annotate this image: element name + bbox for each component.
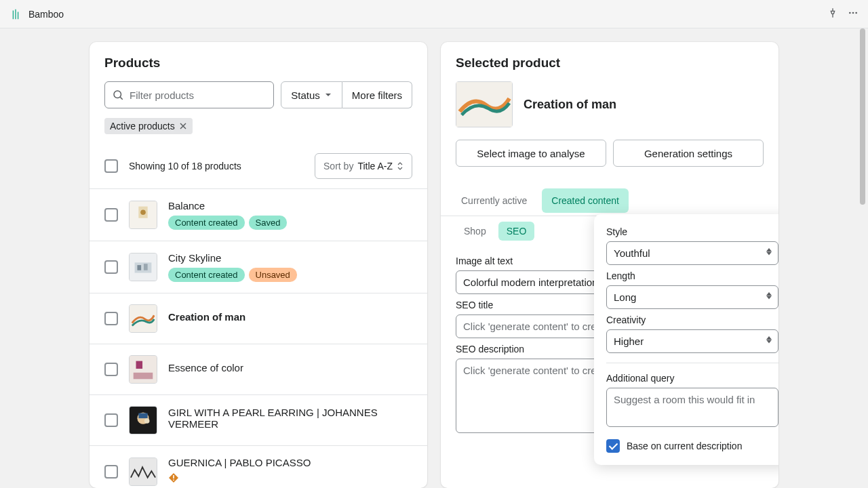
chevron-down-icon — [324, 91, 332, 99]
sort-button[interactable]: Sort by Title A-Z — [315, 153, 412, 179]
product-row[interactable]: City SkylineContent createdUnsaved — [90, 241, 427, 293]
divider — [606, 363, 778, 363]
product-body: Creation of man — [168, 311, 412, 327]
additional-query-input[interactable] — [606, 388, 778, 427]
length-label: Length — [606, 270, 778, 281]
product-checkbox[interactable] — [104, 465, 118, 479]
product-body: Essence of color — [168, 362, 412, 378]
product-checkbox[interactable] — [104, 208, 118, 222]
product-body: City SkylineContent createdUnsaved — [168, 252, 412, 282]
app-logo-icon — [9, 8, 22, 20]
tab-created-content[interactable]: Created content — [542, 188, 629, 213]
page-scrollbar[interactable] — [860, 28, 867, 488]
svg-line-4 — [120, 97, 122, 99]
subtab-seo[interactable]: SEO — [498, 222, 535, 241]
product-checkbox[interactable] — [104, 260, 118, 274]
product-badges: Content createdUnsaved — [168, 268, 412, 282]
product-title: GUERNICA | PABLO PICASSO — [168, 457, 412, 468]
active-products-chip[interactable]: Active products — [104, 118, 193, 134]
status-badge: Content created — [168, 216, 245, 230]
product-badges: Content createdSaved — [168, 216, 412, 230]
product-title: Balance — [168, 200, 412, 211]
product-title: Creation of man — [168, 311, 412, 323]
product-title: City Skyline — [168, 252, 412, 264]
product-checkbox[interactable] — [104, 312, 118, 325]
more-filters-button[interactable]: More filters — [342, 81, 412, 108]
svg-rect-22 — [173, 475, 174, 479]
product-checkbox[interactable] — [104, 363, 118, 376]
status-label: Status — [291, 89, 320, 101]
product-row[interactable]: BalanceContent createdSaved — [90, 189, 427, 241]
base-on-current-checkbox[interactable] — [606, 439, 620, 453]
selected-title: Creation of man — [524, 98, 616, 112]
product-thumbnail — [129, 406, 157, 434]
svg-point-3 — [114, 91, 121, 98]
sort-arrows-icon — [397, 162, 403, 170]
pin-icon[interactable] — [827, 7, 838, 21]
app-title: Bamboo — [28, 9, 64, 20]
product-checkbox[interactable] — [104, 413, 118, 427]
status-filter-button[interactable]: Status — [281, 81, 342, 108]
svg-rect-15 — [134, 373, 153, 380]
search-input-wrap[interactable] — [104, 81, 274, 108]
generation-settings-button[interactable]: Generation settings — [613, 140, 764, 167]
base-on-current-label: Base on current description — [627, 441, 742, 451]
product-thumbnail — [129, 355, 157, 384]
svg-point-1 — [852, 12, 854, 14]
products-heading: Products — [104, 56, 412, 70]
svg-point-7 — [140, 209, 146, 215]
product-body: GUERNICA | PABLO PICASSO — [168, 457, 412, 486]
sort-value: Title A-Z — [357, 161, 393, 171]
svg-rect-11 — [144, 264, 148, 270]
selected-product-panel: Selected product Creation of man Select … — [441, 42, 778, 488]
additional-query-label: Additional query — [606, 373, 778, 384]
creativity-label: Creativity — [606, 314, 778, 325]
product-list: BalanceContent createdSavedCity SkylineC… — [90, 188, 427, 488]
search-input[interactable] — [130, 89, 267, 101]
product-title: Essence of color — [168, 362, 412, 373]
svg-point-2 — [855, 12, 857, 14]
svg-rect-18 — [138, 413, 147, 419]
product-title: GIRL WITH A PEARL EARRING | JOHANNES VER… — [168, 407, 412, 430]
length-select[interactable]: Long — [606, 285, 778, 309]
select-all-checkbox[interactable] — [104, 159, 118, 173]
subtab-shop[interactable]: Shop — [456, 222, 494, 241]
product-row[interactable]: GIRL WITH A PEARL EARRING | JOHANNES VER… — [90, 395, 427, 446]
product-badges — [168, 472, 412, 486]
product-row[interactable]: GUERNICA | PABLO PICASSO — [90, 446, 427, 488]
search-icon — [112, 89, 124, 101]
products-panel: Products Status More filters Active prod… — [90, 42, 427, 488]
style-label: Style — [606, 226, 778, 237]
creativity-select[interactable]: Higher — [606, 329, 778, 353]
tab-currently-active[interactable]: Currently active — [452, 188, 536, 213]
style-select[interactable]: Youthful — [606, 241, 778, 265]
product-body: BalanceContent createdSaved — [168, 200, 412, 230]
product-body: GIRL WITH A PEARL EARRING | JOHANNES VER… — [168, 407, 412, 434]
product-row[interactable]: Creation of man — [90, 293, 427, 344]
selected-heading: Selected product — [456, 56, 764, 70]
status-badge: Unsaved — [249, 268, 297, 282]
svg-rect-23 — [173, 480, 174, 481]
svg-rect-9 — [135, 262, 152, 272]
generation-settings-popover: Style Youthful Length Long Creativity Hi… — [594, 214, 778, 465]
svg-rect-14 — [136, 361, 143, 369]
sort-prefix: Sort by — [323, 161, 353, 171]
showing-count: Showing 10 of 18 products — [129, 161, 241, 171]
more-icon[interactable] — [848, 7, 859, 21]
product-thumbnail — [129, 201, 157, 229]
product-row[interactable]: Essence of color — [90, 344, 427, 395]
close-icon[interactable] — [179, 122, 187, 130]
selected-thumbnail — [456, 81, 513, 127]
topbar: Bamboo — [0, 0, 868, 28]
status-badge: Saved — [249, 216, 288, 230]
product-thumbnail — [129, 458, 157, 486]
select-image-button[interactable]: Select image to analyse — [456, 140, 606, 167]
svg-point-19 — [144, 418, 150, 424]
scrollbar-thumb[interactable] — [860, 28, 865, 205]
svg-point-0 — [849, 12, 851, 14]
content-tabs: Currently active Created content — [441, 186, 778, 216]
product-thumbnail — [129, 253, 157, 281]
chip-label: Active products — [110, 121, 175, 131]
svg-rect-10 — [137, 265, 141, 270]
warning-icon — [168, 472, 179, 486]
